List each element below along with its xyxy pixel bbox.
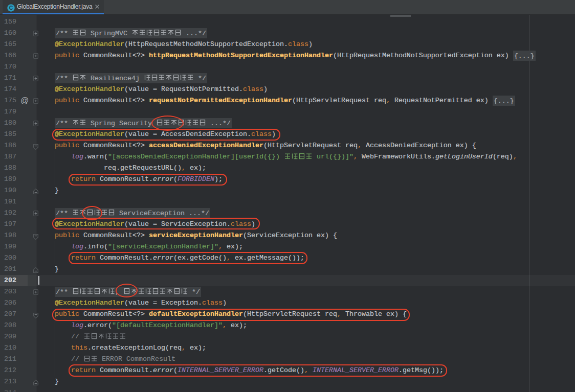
svg-text:C: C <box>9 5 13 11</box>
